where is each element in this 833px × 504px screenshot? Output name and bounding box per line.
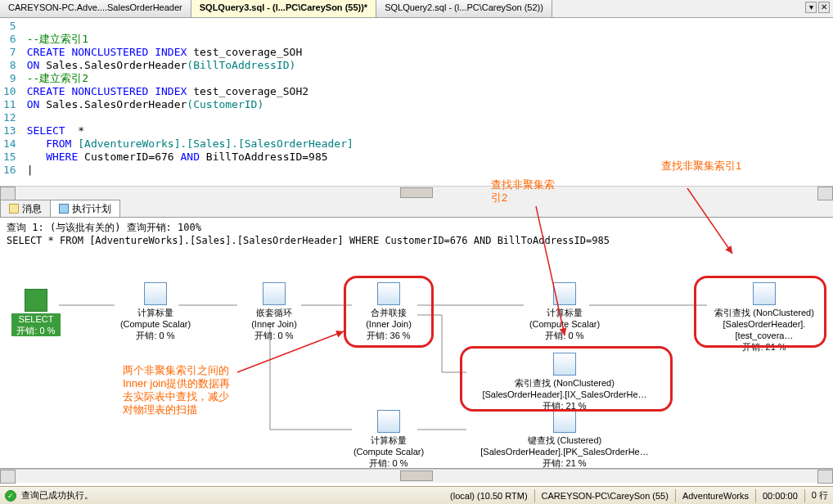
status-server: (local) (10.50 RTM) <box>450 491 528 501</box>
plan-node-nested-loop[interactable]: 嵌套循环 (Inner Join) 开销: 0 % <box>237 282 311 341</box>
compute-scalar-icon <box>377 410 400 433</box>
plan-node-key-lookup[interactable]: 键查找 (Clustered) [SalesOrderHeader].[PK_S… <box>475 410 655 469</box>
compute-scalar-icon <box>144 282 167 305</box>
tab-sqlquery3[interactable]: SQLQuery3.sql - (l...PC\CareySon (55))* <box>191 0 376 17</box>
status-rows: 0 行 <box>812 489 828 502</box>
tab-table[interactable]: CAREYSON-PC.Adve....SalesOrderHeader <box>0 0 191 17</box>
annotation-inner-join: 两个非聚集索引之间的Inner join提供的数据再去实际表中查找，减少对物理表… <box>123 364 237 416</box>
tab-execution-plan[interactable]: 执行计划 <box>50 200 120 217</box>
messages-icon <box>9 204 19 214</box>
status-bar: ✓ 查询已成功执行。 (local) (10.50 RTM) CAREYSON-… <box>0 486 833 504</box>
plan-node-compute-scalar-1[interactable]: 计算标量 (Compute Scalar) 开销: 0 % <box>115 282 196 341</box>
plan-node-compute-scalar-3[interactable]: 计算标量 (Compute Scalar) 开销: 0 % <box>348 410 430 469</box>
code-body[interactable]: --建立索引1 CREATE NONCLUSTERED INDEX test_c… <box>24 18 833 186</box>
line-gutter: 5678910111213141516 <box>0 18 24 186</box>
plan-h-scrollbar[interactable] <box>0 469 833 483</box>
result-tabs: 消息 执行计划 <box>0 200 833 218</box>
editor-h-scrollbar[interactable] <box>0 186 833 200</box>
status-time: 00:00:00 <box>763 491 798 501</box>
success-icon: ✓ <box>5 490 16 502</box>
status-db: AdventureWorks <box>682 491 749 501</box>
tab-messages[interactable]: 消息 <box>0 200 51 217</box>
plan-node-compute-scalar-2[interactable]: 计算标量 (Compute Scalar) 开销: 0 % <box>524 282 606 341</box>
index-seek-icon <box>753 282 776 305</box>
plan-diagram: SELECT 开销: 0 % 计算标量 (Compute Scalar) 开销:… <box>0 250 826 469</box>
nested-loop-icon <box>263 282 286 305</box>
tab-dropdown-icon[interactable]: ▾ <box>805 2 817 13</box>
close-icon[interactable]: ✕ <box>818 2 830 13</box>
tab-sqlquery2[interactable]: SQLQuery2.sql - (l...PC\CareySon (52)) <box>376 0 552 17</box>
plan-icon <box>59 204 69 214</box>
key-lookup-icon <box>553 410 576 433</box>
status-user: CAREYSON-PC\CareySon (55) <box>542 491 669 501</box>
execution-plan-pane[interactable]: 查询 1: (与该批有关的) 查询开销: 100% SELECT * FROM … <box>0 218 833 469</box>
document-tabs: CAREYSON-PC.Adve....SalesOrderHeader SQL… <box>0 0 833 18</box>
plan-node-select[interactable]: SELECT 开销: 0 % <box>11 289 61 336</box>
select-icon <box>25 289 47 312</box>
plan-query-header: 查询 1: (与该批有关的) 查询开销: 100% SELECT * FROM … <box>0 218 833 250</box>
plan-node-index-seek-1[interactable]: 索引查找 (NonClustered) [SalesOrderHeader].[… <box>696 282 833 353</box>
merge-join-icon <box>377 282 400 305</box>
sql-editor[interactable]: 5678910111213141516 --建立索引1 CREATE NONCL… <box>0 18 833 186</box>
compute-scalar-icon <box>553 282 576 305</box>
index-seek-icon <box>553 353 576 376</box>
status-message: 查询已成功执行。 <box>21 489 93 502</box>
plan-node-merge-join[interactable]: 合并联接 (Inner Join) 开销: 36 % <box>352 282 426 341</box>
plan-node-index-seek-2[interactable]: 索引查找 (NonClustered) [SalesOrderHeader].[… <box>475 353 655 412</box>
